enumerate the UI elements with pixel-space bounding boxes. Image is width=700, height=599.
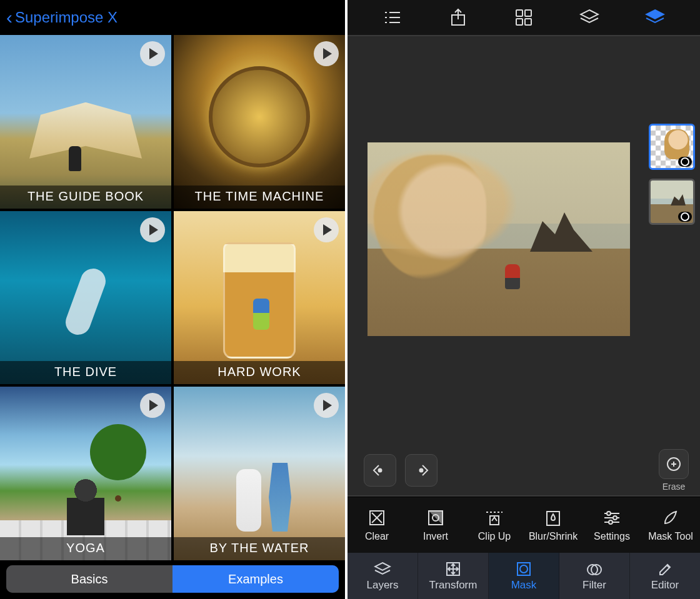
- visibility-icon[interactable]: [678, 157, 692, 167]
- mask-clipup-button[interactable]: Clip Up: [465, 497, 524, 553]
- person-graphic: [61, 479, 111, 535]
- bottom-tabs: Layers Transform Mask Filter Editor: [348, 553, 700, 599]
- svg-point-15: [420, 469, 423, 472]
- segment-basics[interactable]: Basics: [6, 565, 172, 593]
- layer-thumb-background[interactable]: [649, 179, 695, 225]
- settings-icon: [602, 508, 621, 527]
- tile-caption: THE TIME MACHINE: [174, 186, 345, 209]
- tab-mask[interactable]: Mask: [489, 553, 559, 599]
- tutorial-tile[interactable]: THE TIME MACHINE: [174, 35, 345, 209]
- tutorial-tile[interactable]: BY THE WATER: [174, 387, 345, 560]
- play-icon: [140, 393, 165, 418]
- tab-filter[interactable]: Filter: [559, 553, 630, 599]
- mask-tab-icon: [515, 560, 532, 578]
- tutorial-tile[interactable]: YOGA: [0, 387, 171, 560]
- editor-screen: Erase Clear Invert Clip Up Blur/Shrin: [348, 0, 700, 599]
- erase-label: Erase: [662, 482, 686, 492]
- svg-point-28: [607, 512, 611, 515]
- face-overlay-graphic: [374, 155, 486, 280]
- mask-settings-button[interactable]: Settings: [582, 497, 641, 553]
- nav-back[interactable]: ‹ Superimpose X: [0, 0, 345, 35]
- masktool-icon: [661, 508, 680, 527]
- erase-mode[interactable]: Erase: [659, 449, 689, 492]
- tutorial-tile[interactable]: HARD WORK: [174, 211, 345, 385]
- clear-icon: [368, 508, 386, 527]
- play-icon: [140, 41, 165, 66]
- layer-thumb-foreground[interactable]: [649, 124, 695, 170]
- svg-rect-8: [516, 10, 522, 16]
- editor-tab-icon: [656, 560, 674, 578]
- tutorials-screen: ‹ Superimpose X THE GUIDE BOOK THE TIME …: [0, 0, 348, 599]
- play-icon: [314, 41, 339, 66]
- layer-thumbnails: [649, 124, 695, 225]
- mask-invert-button[interactable]: Invert: [406, 497, 465, 553]
- label: Transform: [429, 579, 478, 592]
- layers-filled-icon[interactable]: [641, 4, 669, 31]
- tile-caption: BY THE WATER: [174, 537, 345, 560]
- label: Filter: [582, 579, 606, 592]
- segmented-control: Basics Examples: [6, 565, 339, 593]
- child-graphic: [505, 264, 520, 289]
- svg-point-38: [520, 565, 528, 573]
- clipup-icon: [485, 508, 504, 527]
- nav-title: Superimpose X: [15, 9, 118, 26]
- top-toolbar: [348, 0, 700, 35]
- svg-point-14: [379, 469, 382, 472]
- label: Clear: [365, 531, 389, 542]
- tile-caption: THE GUIDE BOOK: [0, 186, 171, 209]
- tile-caption: THE DIVE: [0, 361, 171, 384]
- canvas-area[interactable]: Erase: [348, 35, 700, 497]
- grid-icon[interactable]: [510, 4, 538, 31]
- label: Editor: [651, 579, 679, 592]
- svg-marker-13: [646, 10, 664, 19]
- svg-point-30: [613, 516, 617, 520]
- composite-preview: [368, 142, 630, 336]
- erase-icon: [659, 449, 689, 479]
- svg-marker-33: [375, 563, 390, 570]
- tutorial-tile[interactable]: THE DIVE: [0, 211, 171, 385]
- filter-tab-icon: [586, 560, 603, 578]
- layers-outline-icon[interactable]: [576, 4, 603, 31]
- mask-blur-button[interactable]: Blur/Shrink: [524, 497, 582, 553]
- mask-tool-button[interactable]: Mask Tool: [641, 497, 700, 553]
- chevron-left-icon: ‹: [6, 8, 12, 27]
- svg-point-32: [609, 520, 612, 524]
- label: Clip Up: [478, 531, 511, 542]
- play-icon: [314, 393, 339, 418]
- history-controls: [364, 454, 438, 487]
- svg-marker-12: [581, 10, 598, 19]
- label: Mask: [511, 579, 537, 592]
- tutorial-tile[interactable]: THE GUIDE BOOK: [0, 35, 171, 209]
- svg-rect-9: [525, 10, 531, 16]
- label: Layers: [366, 579, 398, 592]
- mask-toolbar: Clear Invert Clip Up Blur/Shrink Setting…: [348, 497, 700, 553]
- segment-examples[interactable]: Examples: [172, 565, 339, 593]
- blur-icon: [544, 508, 562, 527]
- svg-rect-10: [516, 19, 522, 25]
- play-icon: [140, 217, 165, 242]
- tile-caption: YOGA: [0, 537, 171, 560]
- label: Mask Tool: [648, 531, 693, 542]
- tab-editor[interactable]: Editor: [630, 553, 700, 599]
- transform-tab-icon: [444, 560, 462, 578]
- label: Settings: [594, 531, 630, 542]
- invert-icon: [426, 508, 445, 527]
- tutorial-gallery: THE GUIDE BOOK THE TIME MACHINE THE DIVE…: [0, 35, 345, 563]
- mask-clear-button[interactable]: Clear: [348, 497, 406, 553]
- tile-caption: HARD WORK: [174, 361, 345, 384]
- label: Invert: [423, 531, 448, 542]
- redo-button[interactable]: [405, 454, 438, 487]
- list-icon[interactable]: [379, 4, 406, 31]
- undo-button[interactable]: [364, 454, 396, 487]
- visibility-icon[interactable]: [678, 212, 692, 222]
- svg-rect-11: [525, 19, 531, 25]
- share-icon[interactable]: [444, 4, 472, 31]
- label: Blur/Shrink: [529, 531, 578, 542]
- tab-transform[interactable]: Transform: [418, 553, 489, 599]
- play-icon: [314, 217, 339, 242]
- layers-tab-icon: [374, 560, 391, 578]
- tab-layers[interactable]: Layers: [348, 553, 418, 599]
